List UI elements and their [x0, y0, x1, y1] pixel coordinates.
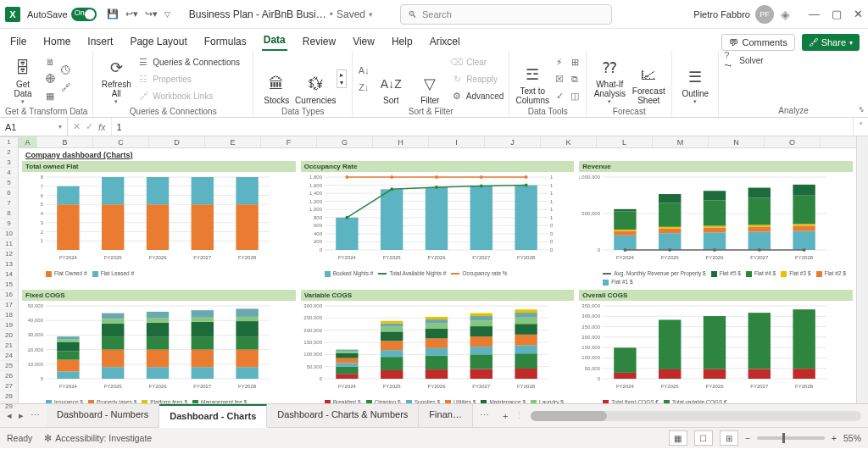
row-header[interactable]: 4	[0, 168, 18, 178]
row-header[interactable]: 13	[0, 259, 18, 269]
column-header[interactable]: I	[429, 136, 485, 147]
from-table-button[interactable]: ▦	[44, 88, 56, 103]
queries-connections-button[interactable]: ☰Queries & Connections	[137, 54, 248, 69]
zoom-level[interactable]: 55%	[843, 433, 861, 443]
currencies-button[interactable]: 💱︎Currencies	[298, 53, 333, 105]
ribbon-tab-help[interactable]: Help	[390, 32, 415, 51]
row-header[interactable]: 2	[0, 147, 18, 158]
column-header[interactable]: F	[261, 136, 317, 147]
view-normal-button[interactable]: ▦	[669, 430, 687, 446]
ribbon-tab-view[interactable]: View	[351, 32, 376, 51]
column-header[interactable]: D	[149, 136, 205, 147]
row-header[interactable]: 14	[0, 269, 18, 280]
column-header[interactable]: C	[93, 136, 149, 147]
recent-sources-button[interactable]: 🕓︎	[59, 63, 71, 78]
row-header[interactable]: 25	[0, 361, 18, 371]
new-sheet-button[interactable]: +	[496, 411, 515, 421]
autosave-toggle[interactable]: On	[71, 8, 97, 21]
row-header[interactable]: 12	[0, 249, 18, 259]
datatypes-more-icon[interactable]: ▸▾	[337, 69, 347, 88]
from-web-button[interactable]: 🌐︎	[44, 71, 56, 86]
column-header[interactable]: A	[19, 136, 37, 147]
minimize-icon[interactable]: ―	[809, 8, 820, 20]
column-header[interactable]: O	[765, 136, 821, 147]
ribbon-tab-home[interactable]: Home	[42, 32, 72, 51]
sort-az-button[interactable]: A↓	[358, 63, 370, 78]
column-header[interactable]: J	[485, 136, 541, 147]
row-header[interactable]: 5	[0, 178, 18, 188]
comments-button[interactable]: 💬︎ Comments	[721, 34, 794, 51]
row-header[interactable]: 26	[0, 371, 18, 381]
stocks-button[interactable]: 🏛︎Stocks	[259, 53, 294, 105]
existing-connections-button[interactable]: 🔗︎	[59, 80, 71, 95]
worksheet-area[interactable]: 1234567891011121314151617181920212425262…	[0, 136, 868, 404]
ribbon-tab-insert[interactable]: Insert	[86, 32, 114, 51]
manage-data-model-button[interactable]: ◫	[569, 88, 581, 103]
diamond-icon[interactable]: ◈	[781, 8, 790, 21]
outline-button[interactable]: ☰Outline▾	[677, 53, 713, 105]
column-header[interactable]: L	[597, 136, 653, 147]
solver-button[interactable]: ?⤳Solver	[724, 53, 763, 68]
sheet-tab[interactable]: Dashboard - Charts & Numbers	[267, 404, 419, 427]
column-header[interactable]: H	[373, 136, 429, 147]
zoom-slider[interactable]	[757, 436, 825, 440]
remove-duplicates-button[interactable]: ☒	[554, 71, 565, 86]
column-header[interactable]: G	[317, 136, 373, 147]
tab-list-icon[interactable]: ⋯	[31, 410, 40, 421]
undo-icon[interactable]: ↩︎▾	[125, 8, 138, 19]
search-box[interactable]: 🔍︎ Search	[400, 4, 612, 25]
formula-input[interactable]: 1	[112, 118, 853, 136]
filter-button[interactable]: ▽Filter	[412, 53, 448, 105]
advanced-button[interactable]: ⚙︎Advanced	[451, 88, 504, 103]
sort-button[interactable]: A↓ZSort	[373, 53, 409, 105]
text-to-columns-button[interactable]: ☲Text to Columns	[515, 53, 550, 105]
sheet-tab[interactable]: Finan…	[419, 404, 473, 427]
ribbon-tab-arixcel[interactable]: Arixcel	[428, 32, 462, 51]
ribbon-tab-file[interactable]: File	[8, 32, 28, 51]
whatif-button[interactable]: ⁇What-If Analysis▾	[592, 53, 627, 105]
row-header[interactable]: 21	[0, 341, 18, 351]
get-data-button[interactable]: 🗄︎ Get Data▾	[5, 53, 41, 105]
column-header[interactable]: M	[653, 136, 709, 147]
row-header[interactable]: 7	[0, 198, 18, 208]
row-header[interactable]: 8	[0, 208, 18, 219]
account-button[interactable]: Pietro Fabbro PF	[693, 5, 774, 24]
from-text-csv-button[interactable]: 🗎	[44, 54, 56, 69]
chevron-down-icon[interactable]: ▾	[369, 10, 373, 19]
row-header[interactable]: 24	[0, 351, 18, 361]
sheet-list-icon[interactable]: ⋯	[473, 410, 496, 421]
row-header[interactable]: 3	[0, 158, 18, 168]
relationships-button[interactable]: ⧉	[569, 71, 581, 86]
name-box[interactable]: A1▾	[0, 118, 68, 136]
column-header[interactable]: K	[541, 136, 597, 147]
sheet-tab[interactable]: Dashboard - Charts	[159, 404, 267, 428]
view-page-layout-button[interactable]: ☐	[694, 430, 713, 446]
row-header[interactable]: 29	[0, 402, 18, 412]
ribbon-tab-page-layout[interactable]: Page Layout	[128, 32, 188, 51]
grid[interactable]: ABCDEFGHIJKLMNO Company dashboard (Chart…	[19, 136, 856, 403]
ribbon-tab-data[interactable]: Data	[262, 31, 287, 51]
row-header[interactable]: 11	[0, 239, 18, 249]
collapse-ribbon-icon[interactable]: ˅	[859, 106, 863, 115]
view-page-break-button[interactable]: ⊞	[720, 430, 738, 446]
accessibility-button[interactable]: ✼ Accessibility: Investigate	[44, 433, 152, 443]
column-header[interactable]: E	[205, 136, 261, 147]
zoom-in-button[interactable]: +	[832, 433, 837, 443]
column-headers[interactable]: ABCDEFGHIJKLMNO	[19, 136, 856, 148]
autosave[interactable]: AutoSave On	[27, 8, 97, 21]
row-header[interactable]: 10	[0, 229, 18, 239]
row-header[interactable]: 15	[0, 280, 18, 290]
consolidate-button[interactable]: ⊞	[569, 54, 581, 69]
enter-icon[interactable]: ✓	[86, 121, 93, 132]
forecast-sheet-button[interactable]: 📈︎Forecast Sheet	[631, 53, 666, 105]
qat-customize-icon[interactable]: ▽	[164, 10, 170, 19]
row-header[interactable]: 18	[0, 310, 18, 320]
vertical-scrollbar[interactable]	[856, 136, 868, 403]
maximize-icon[interactable]: ▢	[832, 8, 842, 20]
sort-za-button[interactable]: Z↓	[358, 80, 370, 95]
row-header[interactable]: 9	[0, 219, 18, 229]
row-header[interactable]: 17	[0, 300, 18, 310]
row-header[interactable]: 27	[0, 381, 18, 391]
column-header[interactable]: N	[709, 136, 765, 147]
data-validation-button[interactable]: ✓	[554, 88, 565, 103]
